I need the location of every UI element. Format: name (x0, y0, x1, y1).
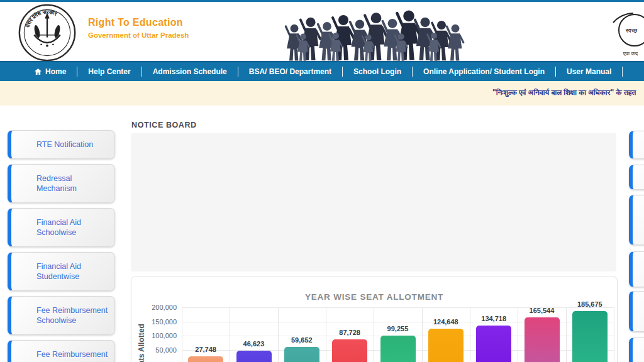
sidebar: RTE NotificationRedressal MechanismFinan… (8, 130, 115, 362)
sidebar-item-fee-reimbursement-schoolwise[interactable]: Fee Reimbursement Schoolwise (8, 296, 115, 335)
nav-item-bsa-beo-department[interactable]: BSA/ BEO/ Department (238, 67, 342, 76)
nav-item-home[interactable]: Home (24, 67, 77, 76)
bar-2 (236, 351, 272, 362)
chart-title: YEAR WISE SEAT ALLOTMENT (131, 292, 617, 302)
bar-5 (380, 336, 416, 362)
right-rail-item-1[interactable] (629, 131, 644, 159)
nav-separator (622, 67, 623, 77)
nav-item-user-manual[interactable]: User Manual (556, 67, 622, 76)
swachh-below-text: एक कद (623, 50, 638, 57)
sidebar-item-rte-notification[interactable]: RTE Notification (8, 130, 115, 159)
y-tick-label: 200,000 (135, 304, 177, 311)
right-rail-item-4[interactable] (629, 251, 644, 287)
right-rail-item-6[interactable] (629, 337, 644, 362)
right-rail-item-3[interactable] (629, 195, 644, 245)
sidebar-item-fee-reimbursement[interactable]: Fee Reimbursement (8, 340, 115, 362)
notice-board-title: NOTICE BOARD (131, 121, 197, 129)
sidebar-item-financial-aid-studentwise[interactable]: Financial Aid Studentwise (8, 252, 115, 291)
main-nav: HomeHelp CenterAdmission ScheduleBSA/ BE… (0, 61, 644, 81)
nav-item-school-login[interactable]: School Login (343, 67, 412, 76)
bar-9 (572, 311, 608, 362)
nav-item-label: Help Center (88, 67, 130, 76)
gridline-vertical (230, 307, 230, 362)
up-government-emblem: उत्तर प्रदेश सरकार (18, 3, 77, 62)
bar-8 (525, 317, 560, 362)
bar-value-label: 87,728 (326, 329, 374, 336)
swachh-lens-text: स्वच्छ (625, 28, 637, 34)
notice-board-panel (131, 133, 616, 272)
nav-item-label: School Login (353, 67, 401, 76)
sidebar-item-redressal-mechanism[interactable]: Redressal Mechanism (8, 164, 115, 203)
right-rail-item-5[interactable] (629, 291, 644, 332)
gridline-vertical (566, 307, 567, 362)
chart-card: YEAR WISE SEAT ALLOTMENT Seats Allotted … (131, 277, 618, 362)
children-photo (283, 2, 465, 63)
bar-value-label: 185,675 (566, 300, 614, 308)
nav-item-label: Online Application/ Student Login (423, 67, 545, 76)
gridline-vertical (278, 307, 279, 362)
nav-item-admission-schedule[interactable]: Admission Schedule (142, 67, 238, 76)
y-tick-label: 100,000 (135, 332, 177, 339)
y-tick-label: 150,000 (135, 318, 177, 326)
gridline-vertical (374, 307, 374, 362)
site-subtitle: Government of Uttar Pradesh (88, 31, 189, 39)
brand-block: Right To Education Government of Uttar P… (88, 17, 189, 39)
home-icon (35, 69, 42, 75)
nav-item-label: User Manual (567, 67, 611, 76)
nav-item-label: BSA/ BEO/ Department (249, 67, 331, 76)
sidebar-item-financial-aid-schoolwise[interactable]: Financial Aid Schoolwise (8, 208, 115, 247)
site-title: Right To Education (88, 17, 189, 28)
ticker-text: "निःशुल्क एवं अनिवार्य बाल शिक्षा का अधि… (492, 88, 636, 97)
bar-value-label: 59,652 (278, 336, 326, 344)
bar-6 (428, 329, 464, 362)
gridline-vertical (422, 307, 423, 362)
nav-item-label: Home (45, 67, 66, 76)
bar-value-label: 27,748 (182, 346, 230, 353)
gridline-vertical (614, 307, 614, 362)
bar-value-label: 124,648 (422, 318, 470, 326)
nav-item-online-application-student-login[interactable]: Online Application/ Student Login (413, 67, 555, 76)
bar-value-label: 165,544 (518, 307, 565, 314)
bar-7 (476, 326, 511, 362)
nav-item-label: Admission Schedule (153, 67, 227, 76)
y-tick-label: 50,000 (135, 346, 177, 354)
bar-value-label: 134,718 (470, 315, 518, 322)
chart-plot-area: 50,000100,000150,000200,00027,74846,6235… (182, 307, 614, 362)
bar-1 (188, 356, 223, 362)
right-rail-item-2[interactable] (629, 165, 644, 190)
swachh-bharat-logo: स्वच्छ एक कद (612, 9, 644, 62)
news-ticker: "निःशुल्क एवं अनिवार्य बाल शिक्षा का अधि… (0, 81, 644, 106)
bar-3 (284, 347, 319, 362)
nav-item-help-center[interactable]: Help Center (77, 67, 141, 76)
bar-4 (332, 339, 367, 362)
bar-value-label: 46,623 (230, 340, 277, 348)
bar-value-label: 99,255 (374, 325, 421, 332)
gridline-vertical (182, 307, 182, 362)
gridline-vertical (518, 307, 518, 362)
